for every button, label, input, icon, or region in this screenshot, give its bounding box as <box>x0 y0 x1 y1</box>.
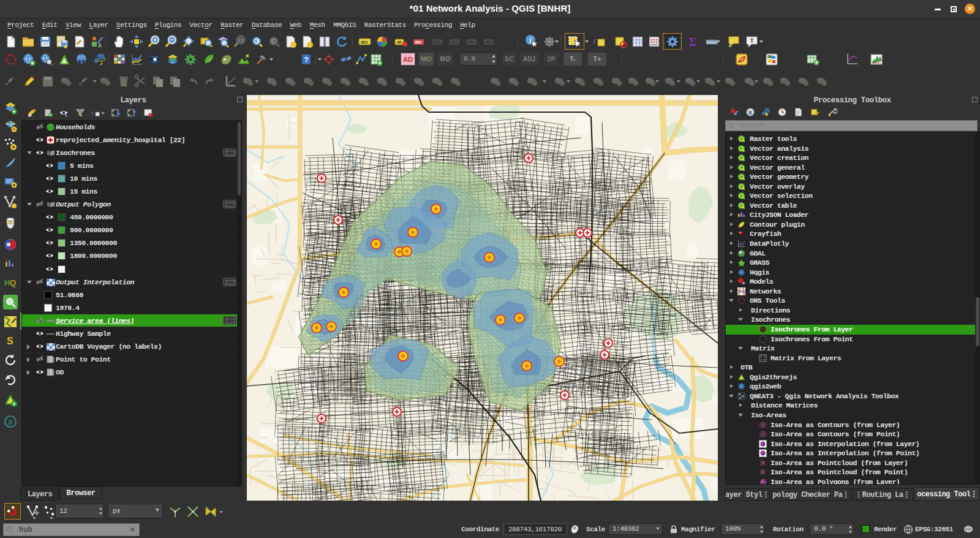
svg-text:T: T <box>750 37 753 44</box>
svg-text:S: S <box>7 336 13 346</box>
svg-text:ε: ε <box>91 109 94 116</box>
svg-text:Σ: Σ <box>689 36 696 48</box>
svg-text:abc: abc <box>468 40 475 44</box>
svg-text:R: R <box>748 110 753 116</box>
svg-text:?: ? <box>304 56 308 64</box>
svg-text:ε: ε <box>593 36 597 45</box>
svg-text:S: S <box>770 55 772 59</box>
svg-text:abc: abc <box>451 40 458 44</box>
svg-text:1:1: 1:1 <box>238 38 243 42</box>
svg-text:abc: abc <box>434 40 441 44</box>
svg-text:a: a <box>98 42 102 48</box>
svg-text:abc: abc <box>361 40 368 44</box>
svg-text:p: p <box>9 418 12 425</box>
svg-text:H: H <box>4 278 10 287</box>
svg-text:abc: abc <box>415 40 422 44</box>
svg-text:ab: ab <box>397 40 402 44</box>
svg-text:abc: abc <box>485 40 492 44</box>
